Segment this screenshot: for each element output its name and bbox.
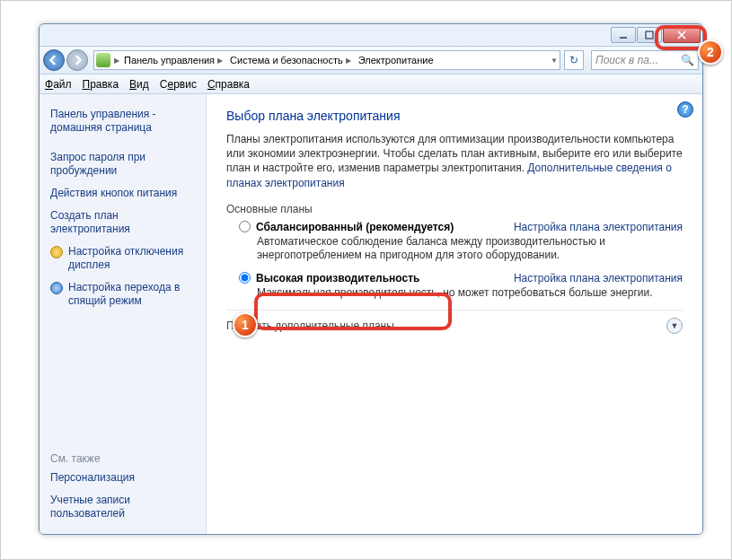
plan-high-perf-label[interactable]: Высокая производительность bbox=[256, 272, 419, 284]
sidebar-link-display-off[interactable]: Настройка отключения дисплея bbox=[50, 245, 195, 272]
menu-tools[interactable]: Сервис bbox=[160, 78, 197, 91]
sidebar-item-label: Настройка перехода в спящий режим bbox=[68, 281, 195, 308]
plan-balanced-settings-link[interactable]: Настройка плана электропитания bbox=[514, 221, 683, 233]
plan-balanced: Сбалансированный (рекомендуется) Настрой… bbox=[239, 221, 683, 263]
shield-icon bbox=[50, 246, 63, 258]
shield-icon bbox=[50, 282, 63, 294]
nav-forward-button[interactable] bbox=[66, 49, 88, 71]
crumb-root[interactable]: Панель управления ▶ bbox=[121, 55, 225, 66]
chevron-icon: ▶ bbox=[346, 57, 351, 65]
main-pane: ? Выбор плана электропитания Планы элект… bbox=[207, 94, 702, 534]
crumb-page[interactable]: Электропитание bbox=[356, 55, 437, 66]
search-placeholder: Поиск в па... bbox=[595, 54, 658, 66]
sidebar-item-label: Настройка отключения дисплея bbox=[68, 245, 195, 272]
plan-balanced-label[interactable]: Сбалансированный (рекомендуется) bbox=[256, 221, 454, 233]
control-panel-window: ▶ Панель управления ▶ Система и безопасн… bbox=[39, 23, 703, 535]
refresh-button[interactable]: ↻ bbox=[564, 50, 584, 70]
plan-high-perf: Высокая производительность Настройка пла… bbox=[239, 272, 683, 301]
address-dropdown-icon[interactable]: ▼ bbox=[551, 57, 558, 65]
menu-file[interactable]: Файл bbox=[45, 78, 72, 91]
plan-high-perf-settings-link[interactable]: Настройка плана электропитания bbox=[514, 272, 683, 284]
plan-balanced-desc: Автоматическое соблюдение баланса между … bbox=[257, 235, 683, 263]
sidebar-link-create-plan[interactable]: Создать план электропитания bbox=[50, 209, 195, 236]
content-area: Панель управления - домашняя страница За… bbox=[40, 94, 702, 534]
sidebar-link-buttons[interactable]: Действия кнопок питания bbox=[50, 187, 195, 200]
plans-group-label: Основные планы bbox=[226, 203, 683, 215]
crumb-label: Система и безопасность bbox=[230, 55, 343, 66]
plan-high-perf-radio[interactable] bbox=[239, 272, 251, 284]
close-button[interactable] bbox=[663, 27, 701, 43]
search-input[interactable]: Поиск в па... 🔍 bbox=[591, 50, 699, 70]
crumb-label: Электропитание bbox=[358, 55, 434, 66]
search-icon: 🔍 bbox=[681, 54, 694, 66]
titlebar bbox=[40, 24, 702, 46]
sidebar-link-password[interactable]: Запрос пароля при пробуждении bbox=[50, 151, 195, 178]
nav-back-button[interactable] bbox=[43, 49, 65, 71]
menu-edit[interactable]: Правка bbox=[83, 78, 119, 91]
maximize-button[interactable] bbox=[637, 27, 662, 43]
show-more-plans[interactable]: Показать дополнительные планы ▼ bbox=[226, 310, 683, 334]
crumb-section[interactable]: Система и безопасность ▶ bbox=[227, 55, 354, 66]
sidebar-home[interactable]: Панель управления - домашняя страница bbox=[50, 108, 195, 135]
see-also-label: См. также bbox=[50, 452, 195, 465]
chevron-down-icon: ▼ bbox=[666, 318, 683, 334]
chevron-icon: ▶ bbox=[217, 57, 223, 65]
plan-high-perf-desc: Максимальная производительность, но може… bbox=[257, 286, 683, 301]
sidebar-see-also-accounts[interactable]: Учетные записи пользователей bbox=[50, 494, 195, 521]
minimize-button[interactable] bbox=[611, 27, 636, 43]
crumb-label: Панель управления bbox=[124, 55, 215, 66]
plan-balanced-radio[interactable] bbox=[239, 221, 251, 232]
control-panel-icon bbox=[96, 53, 110, 67]
address-bar[interactable]: ▶ Панель управления ▶ Система и безопасн… bbox=[93, 50, 560, 70]
chevron-icon: ▶ bbox=[114, 57, 119, 65]
sidebar-see-also-personalization[interactable]: Персонализация bbox=[50, 471, 195, 485]
menubar: Файл Правка Вид Сервис Справка bbox=[40, 74, 702, 94]
help-icon[interactable]: ? bbox=[677, 101, 693, 118]
menu-help[interactable]: Справка bbox=[207, 78, 250, 91]
sidebar: Панель управления - домашняя страница За… bbox=[40, 94, 207, 534]
page-title: Выбор плана электропитания bbox=[226, 109, 683, 123]
page-description: Планы электропитания используются для оп… bbox=[226, 132, 683, 190]
navbar: ▶ Панель управления ▶ Система и безопасн… bbox=[40, 46, 702, 74]
sidebar-link-sleep[interactable]: Настройка перехода в спящий режим bbox=[50, 281, 195, 308]
menu-view[interactable]: Вид bbox=[129, 78, 149, 91]
show-more-label: Показать дополнительные планы bbox=[226, 319, 394, 332]
svg-rect-1 bbox=[646, 31, 653, 39]
